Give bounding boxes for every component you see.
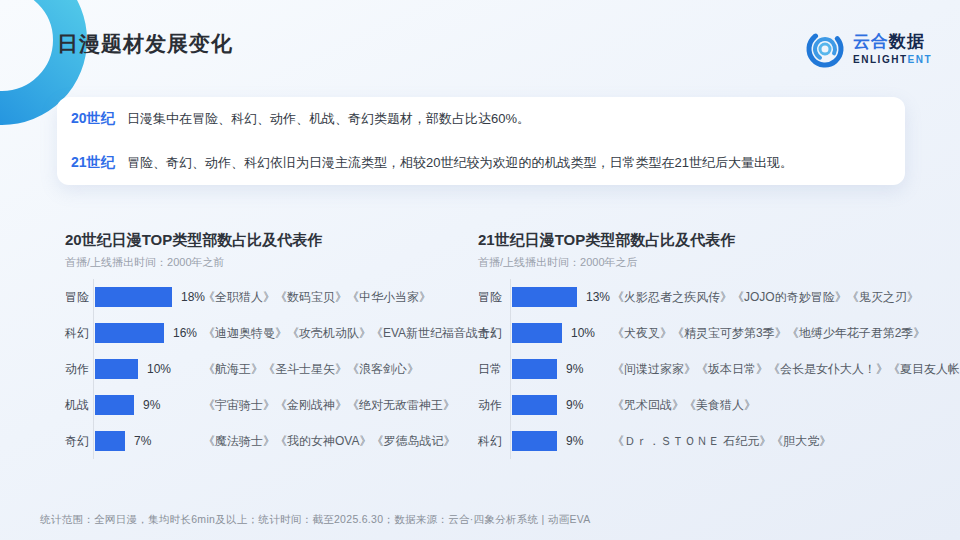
chart-row: 冒险13%《火影忍者之疾风传》《JOJO的奇妙冒险》《鬼灭之刃》 (478, 279, 950, 315)
category-label: 动作 (65, 361, 89, 378)
value-label: 10% (571, 326, 595, 340)
chart-row: 奇幻10%《犬夜叉》《精灵宝可梦第3季》《地缚少年花子君第2季》 (478, 315, 950, 351)
category-label: 冒险 (65, 289, 89, 306)
logo: 云合数据 ENLIGHTENT (804, 28, 932, 70)
bar (512, 431, 557, 451)
enlightent-logo-icon (804, 28, 846, 70)
footer-note: 统计范围：全网日漫，集均时长6min及以上；统计时间：截至2025.6.30；数… (40, 513, 591, 527)
chart-title: 20世纪日漫TOP类型部数占比及代表作 (65, 230, 467, 250)
bar (512, 323, 562, 343)
representative-works: 《犬夜叉》《精灵宝可梦第3季》《地缚少年花子君第2季》 (612, 325, 925, 342)
chart-rows: 冒险18%《全职猎人》《数码宝贝》《中华小当家》科幻16%《迪迦奥特曼》《攻壳机… (65, 279, 467, 459)
value-label: 9% (566, 398, 583, 412)
chart-row: 冒险18%《全职猎人》《数码宝贝》《中华小当家》 (65, 279, 467, 315)
chart-row: 日常9%《间谍过家家》《坂本日常》《会长是女仆大人！》《夏目友人帐第7季》 (478, 351, 950, 387)
chart-row: 机战9%《宇宙骑士》《金刚战神》《绝对无敌雷神王》 (65, 387, 467, 423)
chart-subtitle: 首播/上线播出时间：2000年之前 (65, 254, 467, 270)
representative-works: 《间谍过家家》《坂本日常》《会长是女仆大人！》《夏目友人帐第7季》 (612, 361, 960, 378)
chart-20th-century: 20世纪日漫TOP类型部数占比及代表作 首播/上线播出时间：2000年之前 冒险… (65, 230, 467, 459)
representative-works: 《迪迦奥特曼》《攻壳机动队》《EVA新世纪福音战士》 (203, 325, 502, 342)
value-label: 18% (181, 290, 205, 304)
representative-works: 《宇宙骑士》《金刚战神》《绝对无敌雷神王》 (203, 397, 455, 414)
summary-text: 冒险、奇幻、动作、科幻依旧为日漫主流类型，相较20世纪较为欢迎的的机战类型，日常… (127, 154, 793, 172)
value-label: 16% (173, 326, 197, 340)
bar (95, 323, 164, 343)
category-label: 日常 (478, 361, 502, 378)
summary-row-21st: 21世纪 冒险、奇幻、动作、科幻依旧为日漫主流类型，相较20世纪较为欢迎的的机战… (71, 141, 891, 185)
representative-works: 《Ｄｒ．ＳＴＯＮＥ 石纪元》《胆大党》 (612, 433, 831, 450)
bar (95, 431, 125, 451)
chart-row: 奇幻7%《魔法骑士》《我的女神OVA》《罗德岛战记》 (65, 423, 467, 459)
value-label: 9% (566, 362, 583, 376)
value-label: 7% (134, 434, 151, 448)
representative-works: 《咒术回战》《美食猎人》 (612, 397, 756, 414)
value-label: 9% (566, 434, 583, 448)
bar (512, 395, 557, 415)
category-label: 动作 (478, 397, 502, 414)
bar (512, 359, 557, 379)
category-label: 科幻 (65, 325, 89, 342)
era-label: 20世纪 (71, 110, 127, 128)
chart-row: 动作10%《航海王》《圣斗士星矢》《浪客剑心》 (65, 351, 467, 387)
representative-works: 《航海王》《圣斗士星矢》《浪客剑心》 (203, 361, 419, 378)
chart-rows: 冒险13%《火影忍者之疾风传》《JOJO的奇妙冒险》《鬼灭之刃》奇幻10%《犬夜… (478, 279, 950, 459)
summary-text: 日漫集中在冒险、科幻、动作、机战、奇幻类题材，部数占比达60%。 (127, 110, 530, 128)
category-label: 科幻 (478, 433, 502, 450)
slide: 日漫题材发展变化 云合数据 ENLIGHTENT 20世纪 日漫集中在冒险、科幻… (0, 0, 960, 540)
bar (95, 287, 172, 307)
category-label: 奇幻 (478, 325, 502, 342)
bar (95, 395, 134, 415)
chart-title: 21世纪日漫TOP类型部数占比及代表作 (478, 230, 950, 250)
value-label: 13% (586, 290, 610, 304)
page-title: 日漫题材发展变化 (57, 30, 233, 58)
chart-21st-century: 21世纪日漫TOP类型部数占比及代表作 首播/上线播出时间：2000年之后 冒险… (478, 230, 950, 459)
summary-card: 20世纪 日漫集中在冒险、科幻、动作、机战、奇幻类题材，部数占比达60%。 21… (57, 97, 905, 185)
bar (512, 287, 577, 307)
bar (95, 359, 138, 379)
chart-row: 动作9%《咒术回战》《美食猎人》 (478, 387, 950, 423)
logo-text: 云合数据 ENLIGHTENT (853, 33, 932, 65)
representative-works: 《火影忍者之疾风传》《JOJO的奇妙冒险》《鬼灭之刃》 (612, 289, 919, 306)
category-label: 机战 (65, 397, 89, 414)
logo-name-cn: 云合数据 (853, 33, 932, 52)
category-label: 冒险 (478, 289, 502, 306)
value-label: 9% (143, 398, 160, 412)
representative-works: 《全职猎人》《数码宝贝》《中华小当家》 (203, 289, 431, 306)
summary-row-20th: 20世纪 日漫集中在冒险、科幻、动作、机战、奇幻类题材，部数占比达60%。 (71, 97, 891, 141)
value-label: 10% (147, 362, 171, 376)
chart-row: 科幻9%《Ｄｒ．ＳＴＯＮＥ 石纪元》《胆大党》 (478, 423, 950, 459)
chart-subtitle: 首播/上线播出时间：2000年之后 (478, 254, 950, 270)
era-label: 21世纪 (71, 154, 127, 172)
chart-row: 科幻16%《迪迦奥特曼》《攻壳机动队》《EVA新世纪福音战士》 (65, 315, 467, 351)
category-label: 奇幻 (65, 433, 89, 450)
representative-works: 《魔法骑士》《我的女神OVA》《罗德岛战记》 (203, 433, 455, 450)
logo-name-en: ENLIGHTENT (853, 54, 932, 65)
